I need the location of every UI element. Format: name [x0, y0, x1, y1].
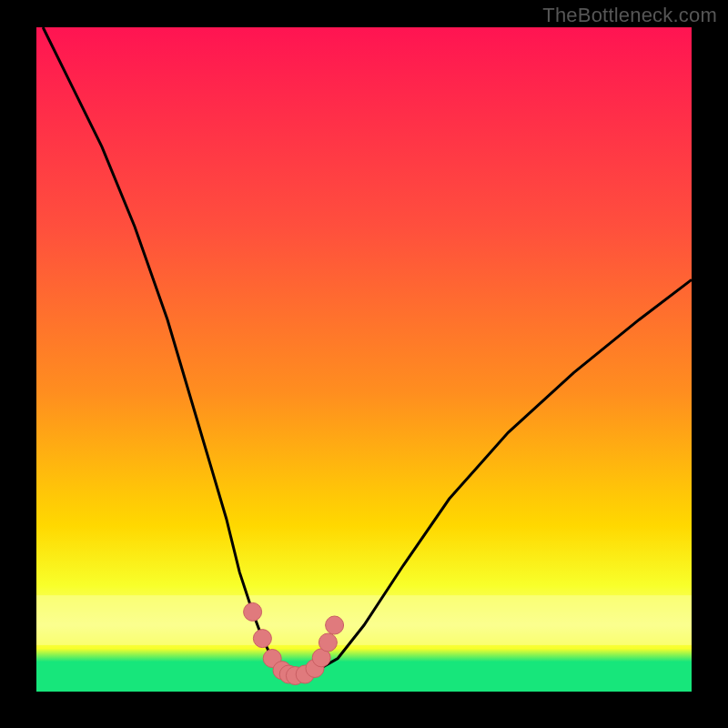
curve-marker — [244, 602, 262, 621]
curve-marker — [326, 616, 344, 634]
chart-frame: TheBottleneck.com — [0, 0, 728, 728]
plot-background — [36, 27, 692, 692]
bright-band — [36, 595, 692, 645]
curve-marker — [253, 630, 271, 648]
curve-marker — [318, 633, 337, 652]
watermark-label: TheBottleneck.com — [542, 4, 717, 27]
bottleneck-chart — [0, 0, 728, 728]
